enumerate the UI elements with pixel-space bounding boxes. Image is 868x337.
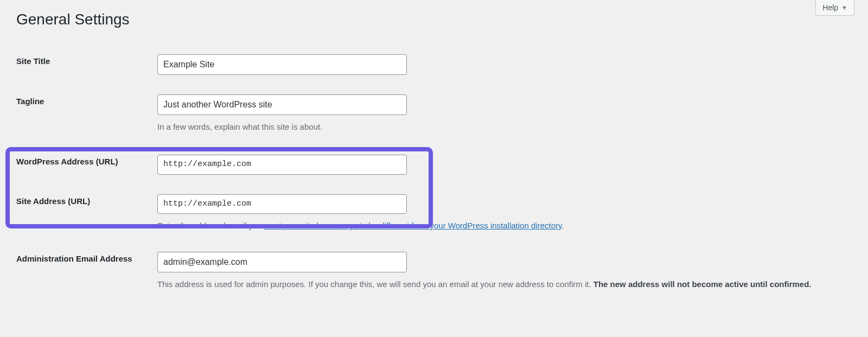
admin-email-input[interactable] (157, 252, 407, 272)
site-address-label: Site Address (URL) (0, 185, 157, 243)
tagline-description: In a few words, explain what this site i… (157, 120, 852, 133)
help-button[interactable]: Help ▼ (815, 0, 854, 16)
site-title-input[interactable] (157, 54, 407, 75)
settings-form-table: Site Title Tagline In a few words, expla… (0, 44, 868, 301)
site-address-input[interactable] (157, 194, 407, 214)
site-address-description: Enter the address here if you want your … (157, 219, 852, 232)
help-button-label: Help (822, 3, 838, 12)
admin-email-description: This address is used for admin purposes.… (157, 278, 852, 291)
wp-address-label: WordPress Address (URL) (0, 143, 157, 185)
chevron-down-icon: ▼ (841, 4, 847, 11)
admin-email-label: Administration Email Address (0, 242, 157, 301)
site-title-label: Site Title (0, 44, 157, 85)
tagline-label: Tagline (0, 85, 157, 143)
page-title: General Settings (0, 0, 868, 44)
tagline-input[interactable] (157, 94, 407, 115)
wp-address-input[interactable] (157, 155, 407, 175)
site-address-help-link[interactable]: want your site home page to be different… (264, 221, 562, 230)
